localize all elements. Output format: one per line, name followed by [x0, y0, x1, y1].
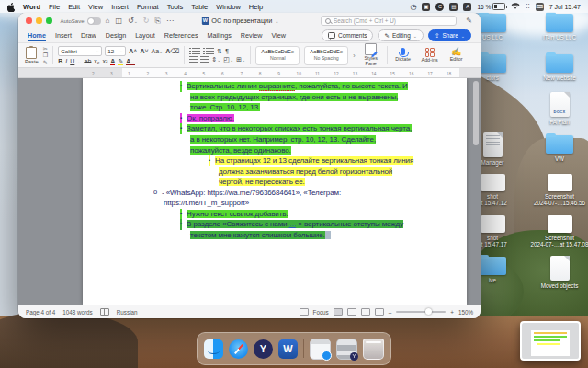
font-size-select[interactable]: 12⌄ [105, 46, 126, 56]
zoom-in-icon[interactable]: + [450, 309, 454, 316]
dock-yandex-icon[interactable]: Y [254, 339, 273, 359]
text-line[interactable]: а в некоторых нет. Например, стр. 10, 12… [83, 134, 467, 145]
document-title[interactable]: W ОС по презентации ⌄ [201, 17, 278, 25]
desktop-icon-it-in-us-llc[interactable]: IT-in US LLC [530, 14, 588, 40]
desktop-icon-new-website[interactable]: New website [530, 54, 588, 81]
close-window-button[interactable] [26, 17, 32, 24]
addins-button[interactable]: Add-ins [419, 48, 441, 63]
subscript-button[interactable]: x₂ [94, 58, 99, 64]
editing-mode-button[interactable]: ✎ Editing ⌄ [378, 29, 424, 41]
draft-view-icon[interactable] [375, 308, 384, 316]
change-case-icon[interactable]: Aa⌄ [152, 48, 164, 54]
zoom-slider[interactable] [396, 311, 446, 313]
text-line[interactable]: ▪Вертикальные линии выравните, пожалуйст… [83, 81, 467, 92]
bullet-list-icon[interactable] [192, 48, 200, 54]
app-status-icon[interactable]: ▤ [449, 3, 458, 11]
home-icon[interactable]: ⌂ [106, 17, 110, 25]
menu-help[interactable]: Help [249, 3, 263, 11]
format-painter-icon[interactable]: ✎ [43, 60, 48, 65]
text-line[interactable]: o- «WhatsApp: https://wa.me/79636684641»… [83, 187, 467, 198]
borders-icon[interactable]: ⊞⌄ [236, 56, 245, 63]
text-line[interactable]: чертой, не пересекать ее. [83, 177, 467, 188]
dock-stack-icon[interactable] [336, 339, 357, 360]
print-icon[interactable]: ⎘ [155, 17, 161, 26]
app-status-icon[interactable]: C [435, 3, 444, 11]
align-left-icon[interactable] [189, 56, 198, 63]
undo-icon[interactable]: ↺⌄ [128, 17, 138, 25]
text-line[interactable]: ▪В разделе «Свяжитесь с нами … » вертика… [83, 219, 467, 230]
focus-label[interactable]: Focus [313, 309, 329, 316]
text-line[interactable]: •На страницах 12 и 13 сделайте вертикаль… [83, 155, 467, 167]
menu-view[interactable]: View [88, 3, 103, 11]
underline-button[interactable]: U [70, 58, 74, 64]
more-commands-icon[interactable]: ⋯ [166, 17, 174, 25]
cut-icon[interactable]: ✂ [43, 46, 48, 52]
document-page[interactable]: ▪Вертикальные линии выравните, пожалуйст… [83, 78, 467, 305]
desktop-icon-moved-objects[interactable]: Moved objects [530, 256, 588, 289]
autosave-toggle[interactable] [87, 17, 101, 25]
input-source-icon[interactable]: A [463, 3, 471, 11]
apple-menu-icon[interactable] [7, 3, 15, 11]
font-color-icon[interactable]: A⌄ [126, 58, 134, 65]
align-center-icon[interactable] [200, 56, 209, 63]
tab-view[interactable]: View [271, 29, 285, 41]
clear-formatting-icon[interactable]: A⌫ [165, 48, 179, 54]
tab-mailings[interactable]: Mailings [207, 29, 231, 41]
bold-button[interactable]: B [58, 58, 62, 64]
word-count[interactable]: 1048 words [62, 309, 93, 316]
sort-icon[interactable]: ⇅ [217, 48, 222, 54]
dock-trash-icon[interactable] [363, 339, 384, 360]
screen-mirroring-icon[interactable]: ▣ [422, 3, 430, 11]
shading-icon[interactable]: ◰⌄ [223, 56, 233, 63]
search-field[interactable]: Search (Cmd + Ctrl + U) [321, 16, 457, 26]
line-spacing-icon[interactable]: ⇕⌄ [211, 56, 220, 63]
paragraph-marks-icon[interactable]: ¶ [225, 48, 229, 54]
superscript-button[interactable]: x² [103, 58, 108, 64]
menu-app-name[interactable]: Word [23, 3, 40, 11]
style-normal[interactable]: AaBbCcDdEe Normal [255, 46, 300, 65]
share-edit-icon[interactable]: ✎ [466, 17, 472, 25]
text-line[interactable]: https://t.me/IT_m_support» [83, 198, 467, 209]
comments-button[interactable]: Comments [322, 29, 373, 41]
dictate-button[interactable]: Dictate [392, 48, 414, 63]
italic-button[interactable]: I [65, 58, 67, 64]
control-center-icon[interactable]: ⁚⁚ [526, 3, 529, 10]
outline-view-icon[interactable] [361, 308, 370, 316]
clock-icon[interactable]: ◷ [410, 3, 416, 11]
strikethrough-button[interactable]: ab [85, 58, 92, 64]
text-line[interactable]: ▪Нужно текст ссылок добавить. [83, 209, 467, 220]
share-button[interactable]: ⇪ Share ⌄ [428, 29, 471, 41]
text-line[interactable]: должна заканчиваться перед белой горизон… [83, 166, 467, 177]
tab-draw[interactable]: Draw [81, 29, 96, 41]
menu-file[interactable]: File [49, 3, 60, 11]
tab-references[interactable]: References [164, 29, 198, 41]
menu-insert[interactable]: Insert [111, 3, 129, 11]
text-line[interactable]: ▪Заметил, что в некоторых списках есть т… [83, 123, 467, 134]
text-line[interactable]: ▪Ок, поправлю. [83, 113, 467, 124]
tab-insert[interactable]: Insert [55, 29, 72, 41]
screenshot-preview-thumbnail[interactable] [520, 321, 581, 361]
text-effects-icon[interactable]: A [110, 58, 115, 65]
print-layout-view-icon[interactable] [334, 308, 343, 316]
tab-design[interactable]: Design [106, 29, 126, 41]
font-name-select[interactable]: Calibri⌄ [58, 46, 102, 56]
numbered-list-icon[interactable] [206, 48, 214, 54]
shrink-font-icon[interactable]: A˅ [140, 48, 148, 54]
text-line[interactable]: пожалуйста, везде одинаково. [83, 144, 467, 155]
language-indicator[interactable]: Russian [117, 309, 138, 316]
battery-indicator[interactable]: 16 % [477, 3, 505, 10]
dock-word-icon[interactable]: W [278, 339, 298, 359]
dock-safari-icon[interactable] [229, 339, 248, 359]
editor-button[interactable]: ✍ Editor [446, 48, 468, 63]
redo-icon[interactable]: ↻ [143, 17, 150, 25]
highlight-color-icon[interactable]: ✎ [118, 58, 123, 65]
menu-edit[interactable]: Edit [68, 3, 80, 11]
zoom-out-icon[interactable]: – [389, 309, 392, 316]
wifi-icon[interactable] [511, 3, 520, 10]
minimize-window-button[interactable] [36, 17, 42, 24]
vertical-scrollbar[interactable] [473, 81, 479, 145]
desktop-icon-screenshot[interactable]: Screenshot2024-07-…15.46.56 [530, 174, 588, 206]
page-indicator[interactable]: Page 4 of 4 [26, 309, 55, 316]
desktop-icon-screenshot[interactable]: Screenshot2024-07-…at 15.47.08 [530, 215, 588, 247]
style-no-spacing[interactable]: AaBbCcDdEe No Spacing [304, 46, 348, 65]
